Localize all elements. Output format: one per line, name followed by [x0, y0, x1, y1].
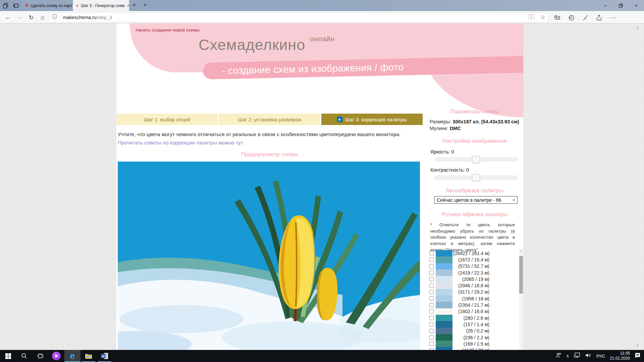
- color-count-label: (2065 / 19 м): [453, 277, 489, 282]
- history-icon[interactable]: [567, 13, 576, 21]
- hub-favorites-icon[interactable]: [553, 13, 561, 21]
- tab-close-icon[interactable]: ×: [127, 3, 129, 8]
- color-count-label: (28422 / 261.4 м): [453, 251, 489, 256]
- color-remove-checkbox[interactable]: [429, 316, 434, 320]
- color-swatch: [436, 315, 452, 321]
- window-close-button[interactable]: ×: [629, 0, 644, 11]
- task-view-icon[interactable]: [32, 350, 48, 362]
- yandex-favicon: Я: [25, 3, 28, 8]
- clock[interactable]: 11:05 21.02.2020: [610, 351, 630, 361]
- step-tabs: Шаг 1: выбор опций Шаг 2: установка разм…: [116, 114, 423, 125]
- word-taskbar-icon[interactable]: W: [97, 350, 113, 362]
- brightness-slider[interactable]: [434, 158, 518, 161]
- brightness-label: Яркость: 0: [430, 149, 454, 155]
- contrast-slider-thumb[interactable]: [472, 174, 480, 181]
- play-icon: ▶: [337, 117, 342, 122]
- sidebar: Параметры схемы Размеры: 300x187 кл. (54…: [428, 23, 521, 350]
- color-count-label: (5731 / 52.7 м): [453, 263, 489, 269]
- color-remove-checkbox[interactable]: [429, 322, 434, 326]
- address-bar[interactable]: makeschema.ru/step_3 ☆: [49, 12, 548, 22]
- browser-titlebar: Я сделать схему из картинки ♥ Шаг 3 - Ге…: [0, 0, 644, 11]
- tab-step-2[interactable]: Шаг 2: установка размеров: [219, 114, 320, 125]
- back-icon[interactable]: ←: [3, 13, 12, 22]
- reading-view-icon[interactable]: [528, 14, 534, 20]
- color-remove-checkbox[interactable]: [429, 329, 434, 333]
- share-icon[interactable]: [594, 13, 603, 21]
- url-text[interactable]: makeschema.ru/step_3: [63, 15, 112, 20]
- contrast-label: Контрастность: 0: [430, 167, 469, 173]
- web-note-pen-icon[interactable]: [581, 13, 590, 21]
- color-remove-checkbox[interactable]: [429, 303, 434, 307]
- site-info-icon[interactable]: [52, 14, 57, 21]
- color-list: (28422 / 261.4 м)(1672 / 15.4 м)(5731 / …: [428, 250, 521, 350]
- scrollbar-thumb[interactable]: [519, 256, 523, 294]
- floss-value: DMC: [450, 126, 461, 131]
- home-icon[interactable]: ⌂: [38, 13, 47, 22]
- color-remove-checkbox[interactable]: [429, 277, 434, 281]
- color-swatch: [436, 263, 452, 269]
- browser-tab-active[interactable]: ♥ Шаг 3 - Генератор схем ×: [73, 0, 129, 11]
- color-remove-checkbox[interactable]: [429, 270, 434, 275]
- palette-advice-link[interactable]: Прочитать советы по коррекции палитры мо…: [118, 140, 244, 146]
- tab-title: сделать схему из картинки: [31, 3, 72, 8]
- window-restore-button[interactable]: [613, 0, 629, 11]
- color-list-scrollbar[interactable]: ∧: [519, 249, 523, 350]
- params-heading: Параметры схемы: [428, 108, 521, 115]
- alice-assistant-icon[interactable]: [48, 350, 64, 362]
- start-button[interactable]: [0, 350, 16, 362]
- language-indicator[interactable]: РУС: [596, 354, 605, 359]
- action-center-icon[interactable]: [635, 353, 641, 360]
- color-remove-checkbox[interactable]: [429, 290, 434, 294]
- set-tabs-aside-icon[interactable]: [2, 2, 9, 9]
- page-scroll-down-icon[interactable]: ∨: [636, 343, 639, 348]
- brightness-slider-thumb[interactable]: [472, 156, 480, 163]
- tab-step-3[interactable]: ▶Шаг 3: коррекция палитры: [321, 114, 423, 125]
- scrollbar-up-icon[interactable]: ∧: [519, 249, 523, 253]
- color-count-label: (26 / 0.2 м): [453, 328, 489, 334]
- site-content: - создание схем из изображения / фото На…: [116, 23, 523, 350]
- color-remove-checkbox[interactable]: [429, 335, 434, 340]
- color-remove-checkbox[interactable]: [429, 296, 434, 301]
- palette-color-row: (26 / 0.2 м): [428, 328, 521, 334]
- site-tagline: - создание схем из изображения / фото: [203, 61, 404, 77]
- tabs-set-aside-icon[interactable]: [12, 2, 19, 9]
- taskbar-search-icon[interactable]: [16, 350, 32, 362]
- new-tab-button[interactable]: +: [132, 2, 136, 8]
- color-remove-checkbox[interactable]: [429, 284, 434, 288]
- edge-taskbar-icon[interactable]: e: [64, 350, 80, 362]
- color-remove-checkbox[interactable]: [429, 257, 434, 262]
- color-swatch: [436, 269, 452, 276]
- palette-color-row: (3171 / 29.2 м): [428, 289, 521, 295]
- file-explorer-icon[interactable]: [80, 350, 97, 362]
- date: 21.02.2020: [610, 356, 630, 361]
- start-new-schema-link[interactable]: Начать создание новой схемы: [136, 27, 200, 33]
- color-count-label: (157 / 1.4 м): [453, 322, 489, 327]
- color-remove-checkbox[interactable]: [429, 251, 434, 255]
- logo-online-badge: онлайн: [310, 35, 335, 43]
- color-remove-checkbox[interactable]: [429, 342, 434, 346]
- palette-count-select[interactable]: Сейчас цветов в палитре - 66 ∨: [434, 196, 518, 204]
- color-swatch: [436, 295, 452, 302]
- palette-color-row: (168 / 1.5 м): [428, 341, 521, 347]
- site-logo: Схемаделкино онлайн: [199, 35, 334, 54]
- color-remove-checkbox[interactable]: [429, 309, 434, 314]
- hidden-icons-chevron[interactable]: ∧: [566, 354, 569, 358]
- window-minimize-button[interactable]: ─: [598, 0, 613, 11]
- heart-favicon: ♥: [76, 3, 78, 8]
- chevron-down-icon: ∨: [513, 198, 515, 202]
- browser-tab-yandex[interactable]: Я сделать схему из картинки: [22, 0, 72, 11]
- network-icon[interactable]: [574, 353, 581, 359]
- volume-icon[interactable]: [585, 353, 592, 359]
- settings-more-icon[interactable]: ···: [608, 13, 617, 21]
- add-favorite-star-icon[interactable]: ☆: [540, 14, 545, 21]
- tab-step-1[interactable]: Шаг 1: выбор опций: [116, 114, 218, 125]
- people-icon[interactable]: [555, 353, 561, 359]
- forward-icon[interactable]: →: [15, 13, 23, 22]
- page-scroll-up-icon[interactable]: ∧: [636, 25, 639, 30]
- color-remove-checkbox[interactable]: [429, 264, 434, 268]
- contrast-slider[interactable]: [434, 176, 518, 179]
- refresh-icon[interactable]: ↻: [27, 13, 36, 22]
- tab-preview-chevron-icon[interactable]: ∨: [144, 2, 147, 7]
- manual-trim-heading: Ручная обрезка палитры: [428, 211, 521, 218]
- palette-count-value: Сейчас цветов в палитре - 66: [437, 197, 501, 203]
